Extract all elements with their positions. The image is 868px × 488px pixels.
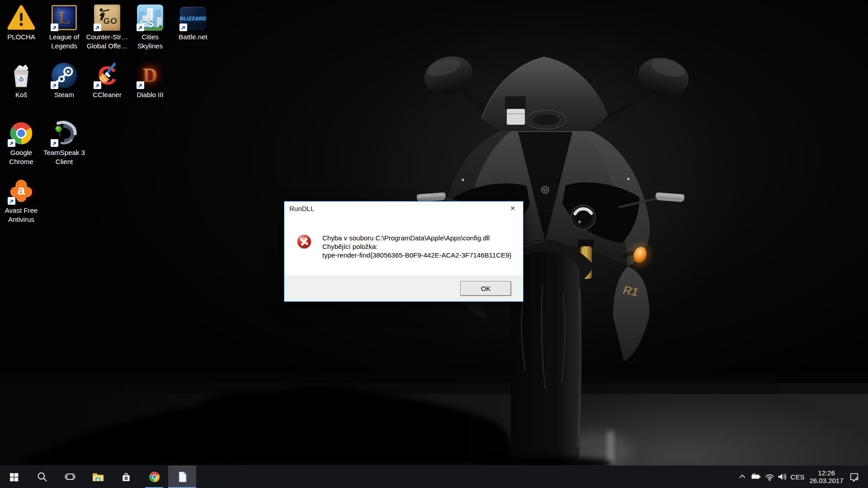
desktop-icon-label: Counter-Str… [86, 33, 128, 41]
document-icon [176, 471, 189, 483]
error-message-line2: Chybějící položka: [322, 242, 518, 251]
task-view-icon [64, 471, 76, 483]
desktop-screen: R1 PLOCHA L [0, 0, 868, 488]
document-taskbar-button[interactable] [168, 465, 196, 488]
show-hidden-icons-button[interactable] [736, 465, 749, 488]
shortcut-arrow-icon [137, 23, 144, 31]
svg-text:♻: ♻ [18, 76, 24, 83]
clock-time: 12:26 [807, 469, 846, 477]
shortcut-arrow-icon [94, 23, 101, 31]
desktop-icon-label: Cities [142, 33, 159, 41]
avast-letter: a [18, 183, 25, 198]
desktop-icon-diablo3[interactable]: D Diablo III [129, 61, 171, 99]
steam-icon [50, 61, 78, 89]
desktop-icon-battlenet[interactable]: BLIZZARD Battle.net [172, 4, 214, 41]
desktop-icon-label: Antivirus [8, 216, 34, 223]
desktop-icon-league-of-legends[interactable]: L League of Legends [43, 4, 85, 50]
desktop-icon-label: Chrome [9, 158, 33, 165]
teamspeak-icon [50, 119, 78, 147]
clock[interactable]: 12:26 26.03.2017 [807, 469, 846, 484]
dialog-title: RunDLL [289, 205, 314, 212]
search-button[interactable] [28, 465, 56, 488]
wifi-indicator[interactable] [763, 465, 776, 488]
error-icon [297, 234, 312, 249]
ccleaner-icon: C [93, 61, 121, 89]
action-center-button[interactable] [846, 465, 862, 488]
desktop-icon-cities-skylines[interactable]: CS Cities Skylines [129, 4, 171, 50]
r1-graphic: R1 [622, 283, 639, 299]
desktop-icon-label: Skylines [137, 42, 163, 50]
error-message-line3: type-render-find{38056365-B0F9-442E-ACA2… [322, 251, 518, 259]
shortcut-arrow-icon [8, 197, 15, 205]
desktop-icon-label: Avast Free [5, 206, 38, 214]
lol-letter: L [58, 9, 71, 27]
store-button[interactable] [112, 465, 140, 488]
shortcut-arrow-icon [179, 23, 187, 31]
language-indicator[interactable]: CES [788, 473, 807, 481]
task-view-button[interactable] [56, 465, 84, 488]
ok-button[interactable]: OK [460, 281, 511, 296]
file-explorer-button[interactable] [84, 465, 112, 488]
desktop-icon-csgo[interactable]: GO Counter-Str… Global Offe… [86, 4, 128, 50]
league-of-legends-icon: L [50, 4, 78, 32]
recycle-bin-icon: ♻ [7, 61, 35, 89]
desktop-icon-label: Battle.net [179, 33, 207, 41]
volume-indicator[interactable] [776, 465, 788, 488]
action-center-icon [849, 471, 860, 483]
taskbar: CES 12:26 26.03.2017 [0, 465, 868, 488]
desktop-icon-label: Steam [54, 91, 74, 99]
desktop-icon-label: PLOCHA [7, 33, 35, 41]
rundll-dialog: RunDLL ✕ Chyba v souboru C:\ProgramData\… [284, 201, 524, 302]
desktop-icon-label: League of [49, 33, 80, 41]
blizzard-logo-text: BLIZZARD [180, 16, 207, 21]
desktop-icon-label: TeamSpeak 3 [43, 149, 85, 156]
shortcut-arrow-icon [51, 139, 58, 147]
start-button[interactable] [0, 465, 28, 488]
error-message: Chyba v souboru C:\ProgramData\Apple\App… [322, 234, 518, 259]
shortcut-arrow-icon [137, 81, 144, 89]
desktop-icon-label: CCleaner [93, 91, 121, 99]
battery-charging-icon [750, 471, 762, 482]
avast-icon: a [7, 177, 35, 205]
chrome-icon [7, 119, 35, 147]
close-button[interactable]: ✕ [502, 202, 523, 215]
search-icon [36, 471, 48, 483]
desktop-icon-avast[interactable]: a Avast Free Antivirus [0, 177, 42, 223]
battlenet-icon: BLIZZARD [179, 4, 207, 32]
battery-indicator[interactable] [749, 465, 763, 488]
error-message-line1: Chyba v souboru C:\ProgramData\Apple\App… [322, 234, 518, 242]
diablo-letter: D [143, 66, 157, 85]
shortcut-arrow-icon [94, 81, 101, 89]
csgo-go-text: GO [103, 16, 118, 26]
desktop-icon-plocha[interactable]: PLOCHA [0, 4, 42, 41]
shortcut-arrow-icon [51, 81, 58, 89]
desktop-icon-ccleaner[interactable]: C CCleaner [86, 61, 128, 99]
desktop-icon-label: Global Offe… [87, 42, 128, 50]
desktop-icon-steam[interactable]: Steam [43, 61, 85, 99]
shortcut-arrow-icon [51, 23, 58, 31]
wifi-icon [764, 471, 775, 482]
desktop-icon-label: Diablo III [137, 91, 163, 99]
chevron-up-icon [737, 471, 748, 482]
desktop-icon-google-chrome[interactable]: Google Chrome [0, 119, 42, 165]
cities-skylines-icon: CS [136, 4, 164, 32]
windows-logo-icon [9, 471, 19, 482]
warning-triangle-icon [7, 4, 35, 32]
speaker-icon [777, 471, 788, 482]
chrome-taskbar-button[interactable] [140, 465, 168, 488]
desktop-icon-label: Koš [15, 91, 27, 99]
chrome-icon [148, 471, 160, 483]
close-icon: ✕ [510, 205, 515, 212]
shortcut-arrow-icon [8, 139, 15, 147]
file-explorer-icon [92, 471, 104, 483]
desktop-icon-label: Legends [51, 42, 77, 50]
desktop-icon-teamspeak[interactable]: TeamSpeak 3 Client [43, 119, 85, 165]
dialog-footer: OK [284, 275, 523, 301]
clock-date: 26.03.2017 [807, 477, 846, 484]
desktop-icon-label: Client [56, 158, 73, 165]
system-tray: CES 12:26 26.03.2017 [736, 465, 868, 488]
desktop-icon-label: Google [10, 149, 32, 156]
csgo-icon: GO [93, 4, 121, 32]
diablo3-icon: D [136, 61, 164, 89]
desktop-icon-recycle-bin[interactable]: ♻ Koš [0, 61, 42, 99]
